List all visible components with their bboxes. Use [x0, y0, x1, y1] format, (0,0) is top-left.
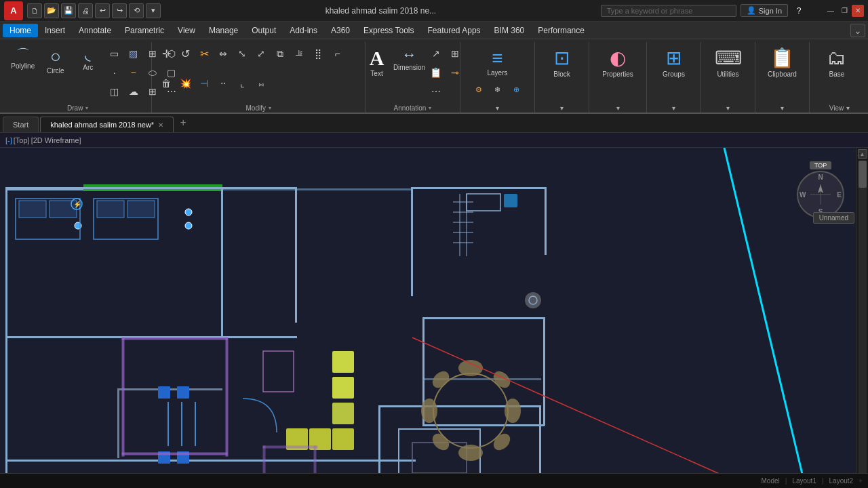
wipeout-button[interactable]: ◫: [106, 83, 123, 100]
save-button[interactable]: 💾: [61, 3, 76, 18]
join-button[interactable]: ⨝: [252, 75, 270, 92]
leader-button[interactable]: ↗: [427, 45, 445, 62]
ribbon-collapse-icon[interactable]: ⌄: [850, 24, 865, 37]
tab-close-icon[interactable]: ✕: [158, 121, 163, 129]
copy-button[interactable]: ⧉: [271, 45, 289, 62]
menu-view[interactable]: View: [171, 24, 202, 37]
undo-button[interactable]: ↩: [95, 3, 110, 18]
erase-button[interactable]: 🗑: [157, 75, 175, 92]
hatch-button[interactable]: ▨: [125, 45, 142, 62]
menu-insert[interactable]: Insert: [38, 24, 72, 37]
menu-expresstools[interactable]: Express Tools: [357, 24, 420, 37]
chamfer-button[interactable]: ⌞: [233, 75, 251, 92]
modify-group-label[interactable]: Modify ▾: [157, 104, 359, 113]
maximize-button[interactable]: ❐: [838, 5, 850, 17]
fillet-button[interactable]: ⌐: [328, 45, 346, 62]
menu-featuredapps[interactable]: Featured Apps: [421, 24, 488, 37]
polyline-button[interactable]: ⌒ Polyline: [8, 45, 38, 72]
groups-group-footer[interactable]: ▾: [652, 104, 695, 113]
help-icon[interactable]: ?: [792, 4, 806, 18]
window-title: khaled ahmad salim 2018 ne...: [165, 6, 597, 16]
dimension-button[interactable]: ↔ Dimension: [395, 45, 425, 73]
clipboard-button[interactable]: 📋 Clipboard: [768, 45, 797, 80]
utilities-group-footer[interactable]: ▾: [707, 104, 749, 113]
stretch-button[interactable]: ⤢: [252, 45, 270, 62]
revcloud-button[interactable]: ☁: [125, 83, 142, 100]
point-button[interactable]: ·: [106, 64, 123, 81]
markup-button[interactable]: 📋: [427, 64, 445, 81]
menu-output[interactable]: Output: [245, 24, 283, 37]
rectangle-button[interactable]: ▭: [106, 45, 123, 62]
redo-button[interactable]: ↪: [112, 3, 127, 18]
rotate-button[interactable]: ↺: [176, 45, 194, 62]
layout1-button[interactable]: Layout1: [792, 477, 816, 485]
layers-button[interactable]: ≡ Layers: [480, 45, 515, 79]
anno-more-button[interactable]: ⋯: [427, 83, 445, 100]
close-button[interactable]: ✕: [852, 5, 864, 17]
model-button[interactable]: Model: [762, 477, 780, 485]
menu-manage[interactable]: Manage: [202, 24, 245, 37]
properties-expand-icon: ▾: [616, 104, 620, 112]
svg-point-48: [421, 399, 437, 423]
svg-rect-19: [411, 294, 413, 296]
scale-button[interactable]: ⤡: [233, 45, 251, 62]
block-group-footer[interactable]: ▾: [540, 104, 583, 113]
menu-performance[interactable]: Performance: [531, 24, 591, 37]
base-button[interactable]: 🗂 Base: [822, 45, 852, 80]
groups-button[interactable]: ⊞ Groups: [659, 45, 689, 80]
undo2-button[interactable]: ⟲: [129, 3, 144, 18]
base-group-footer[interactable]: View ▾: [815, 104, 859, 113]
break-button[interactable]: ⋅⋅: [214, 75, 232, 92]
scroll-up-button[interactable]: ▲: [858, 149, 867, 159]
layer-prop-button[interactable]: ⚙: [470, 81, 488, 98]
utilities-button[interactable]: ⌨ Utilities: [713, 45, 743, 80]
open-button[interactable]: 📂: [44, 3, 59, 18]
arc-button[interactable]: ◟ Arc: [73, 45, 103, 73]
layout2-button[interactable]: Layout2: [829, 477, 854, 485]
menu-a360[interactable]: A360: [324, 24, 357, 37]
array-button[interactable]: ⣿: [309, 45, 327, 62]
layer-match-button[interactable]: ⊕: [508, 81, 526, 98]
ribbon-group-annotation: A Text ↔ Dimension ↗ ⊞ 📋 ⊸: [366, 42, 460, 113]
extend-button[interactable]: ⊣: [195, 75, 213, 92]
draw-group-label[interactable]: Draw ▾: [9, 104, 146, 113]
line-button[interactable]: ╱ Line: [0, 45, 5, 75]
new-button[interactable]: 🗋: [27, 3, 42, 18]
menu-home[interactable]: Home: [3, 24, 38, 37]
layers-group-footer[interactable]: ▾: [466, 104, 529, 113]
explode-button[interactable]: 💥: [176, 75, 194, 92]
minimize-button[interactable]: —: [825, 5, 837, 17]
block-button[interactable]: ⊡ Block: [547, 45, 577, 80]
properties-group-footer[interactable]: ▾: [595, 104, 641, 113]
signin-button[interactable]: 👤 Sign In: [741, 4, 788, 17]
new-tab-button[interactable]: +: [175, 115, 191, 131]
tab-drawing[interactable]: khaled ahmad salim 2018 new* ✕: [40, 117, 174, 132]
menu-parametric[interactable]: Parametric: [118, 24, 171, 37]
tab-start[interactable]: Start: [3, 117, 39, 132]
clipboard-group-footer[interactable]: ▾: [761, 104, 804, 113]
svg-rect-66: [127, 201, 155, 218]
offset-button[interactable]: ⫡: [290, 45, 308, 62]
more-button[interactable]: ▾: [146, 3, 161, 18]
search-box[interactable]: Type a keyword or phrase: [601, 5, 736, 17]
spline-button[interactable]: ~: [125, 64, 142, 81]
text-button[interactable]: A Text: [362, 45, 392, 79]
properties-button[interactable]: ◐ Properties: [603, 45, 633, 80]
trim-button[interactable]: ✂: [195, 45, 213, 62]
arc-icon: ◟: [85, 47, 91, 63]
base-label: Base: [829, 70, 845, 78]
layer-freeze-button[interactable]: ❄: [489, 81, 507, 98]
arc-label: Arc: [83, 64, 93, 71]
plot-button[interactable]: 🖨: [78, 3, 93, 18]
scroll-thumb[interactable]: [859, 161, 867, 188]
annotation-group-label[interactable]: Annotation ▾: [371, 104, 454, 113]
menu-bim360[interactable]: BIM 360: [488, 24, 532, 37]
mirror-button[interactable]: ⇔: [214, 45, 232, 62]
menu-annotate[interactable]: Annotate: [72, 24, 118, 37]
compass-circle[interactable]: N S E W: [797, 171, 844, 218]
move-button[interactable]: ✛: [157, 45, 175, 62]
circle-button[interactable]: ○ Circle: [41, 45, 71, 77]
menu-addins[interactable]: Add-ins: [283, 24, 324, 37]
canvas-area[interactable]: ⚡: [0, 148, 868, 488]
ribbon-group-block: ⊡ Block ▾: [535, 42, 589, 113]
